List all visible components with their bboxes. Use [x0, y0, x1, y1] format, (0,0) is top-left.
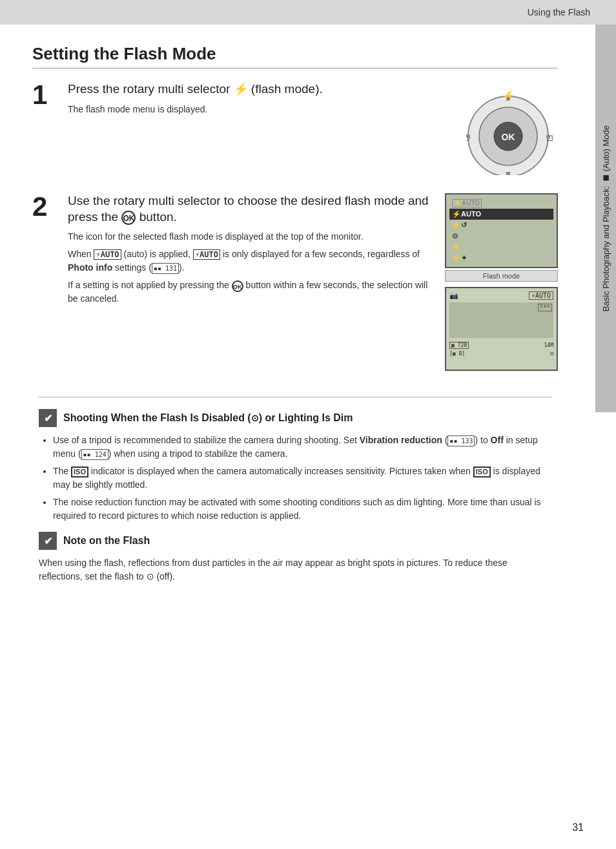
step-2-desc1: The icon for the selected flash mode is … [68, 230, 432, 244]
flash-menu-screen: ⚡AUTO ⚡AUTO ⚡↺ ⊙ ⚡ ⚡✦ [445, 193, 558, 282]
top-bar: Using the Flash [0, 0, 616, 25]
step-2-title: Use the rotary multi selector to choose … [68, 193, 432, 225]
step-2-content: Use the rotary multi selector to choose … [68, 193, 432, 309]
step-2-number: 2 [32, 193, 68, 220]
note-bullet-2: The ISO indicator is displayed when the … [53, 465, 551, 492]
flash-item-6: ⚡✦ [449, 253, 553, 264]
flash-item-4: ⊙ [449, 231, 553, 242]
flash-mode-label: Flash mode [445, 270, 558, 282]
flash-item-5: ⚡ [449, 242, 553, 253]
step-2-images: ⚡AUTO ⚡AUTO ⚡↺ ⊙ ⚡ ⚡✦ [445, 193, 558, 371]
note-1-bullets: Use of a tripod is recommended to stabil… [39, 434, 551, 523]
step-1-desc: The flash mode menu is displayed. [68, 103, 445, 116]
step-1: 1 Press the rotary multi selector ⚡ (fla… [32, 81, 558, 175]
note-1-title: Shooting When the Flash Is Disabled (⊙) … [63, 412, 353, 424]
section-divider [32, 68, 558, 68]
notes-section: ✔ Shooting When the Flash Is Disabled (⊙… [32, 397, 558, 583]
camera-dial-svg: OK ⚡ ▼ ☽ ⊡ [458, 81, 558, 175]
check-icon-1: ✔ [39, 409, 57, 427]
note-bullet-1: Use of a tripod is recommended to stabil… [53, 434, 551, 461]
note-1-header: ✔ Shooting When the Flash Is Disabled (⊙… [39, 409, 551, 427]
svg-point-10 [466, 134, 470, 138]
step-2-desc2: When ⚡AUTO (auto) is applied, ⚡AUTO is o… [68, 247, 432, 275]
flash-item-3: ⚡↺ [449, 220, 553, 231]
svg-text:☽: ☽ [463, 133, 471, 143]
top-bar-title: Using the Flash [528, 7, 590, 17]
main-content: Setting the Flash Mode 1 Press the rotar… [0, 25, 616, 603]
step-1-title: Press the rotary multi selector ⚡ (flash… [68, 81, 445, 98]
flash-item-2: ⚡AUTO [449, 209, 553, 220]
svg-point-8 [506, 97, 510, 101]
flash-menu-lcd: ⚡AUTO ⚡AUTO ⚡↺ ⊙ ⚡ ⚡✦ [445, 193, 558, 268]
notes-divider [39, 397, 551, 397]
step-1-image: OK ⚡ ▼ ☽ ⊡ [458, 81, 558, 175]
page-number: 31 [572, 822, 584, 833]
svg-point-11 [546, 134, 550, 138]
step-1-number: 1 [32, 81, 68, 109]
flash-item-1: ⚡AUTO [449, 198, 553, 209]
note-2-title: Note on the Flash [63, 535, 150, 547]
step-2: 2 Use the rotary multi selector to choos… [32, 193, 558, 371]
note-2-header: ✔ Note on the Flash [39, 532, 551, 550]
svg-text:OK: OK [502, 132, 515, 142]
svg-text:⊡: ⊡ [546, 133, 553, 143]
step-2-desc3: If a setting is not applied by pressing … [68, 278, 432, 306]
right-tab: Basic Photography and Playback: ◼ (Auto)… [595, 25, 616, 412]
step-1-content: Press the rotary multi selector ⚡ (flash… [68, 81, 445, 120]
section-title: Setting the Flash Mode [32, 44, 558, 64]
right-tab-label: Basic Photography and Playback: ◼ (Auto)… [601, 125, 611, 311]
note-bullet-3: The noise reduction function may be acti… [53, 496, 551, 523]
note-2-body: When using the flash, reflections from d… [39, 556, 551, 583]
check-icon-2: ✔ [39, 532, 57, 550]
camera-viewfinder-screen: 📷 ⚡AUTO ⁵⁰⁰ ▦ 720 14M [▣ 8] ⊡ [445, 287, 558, 371]
